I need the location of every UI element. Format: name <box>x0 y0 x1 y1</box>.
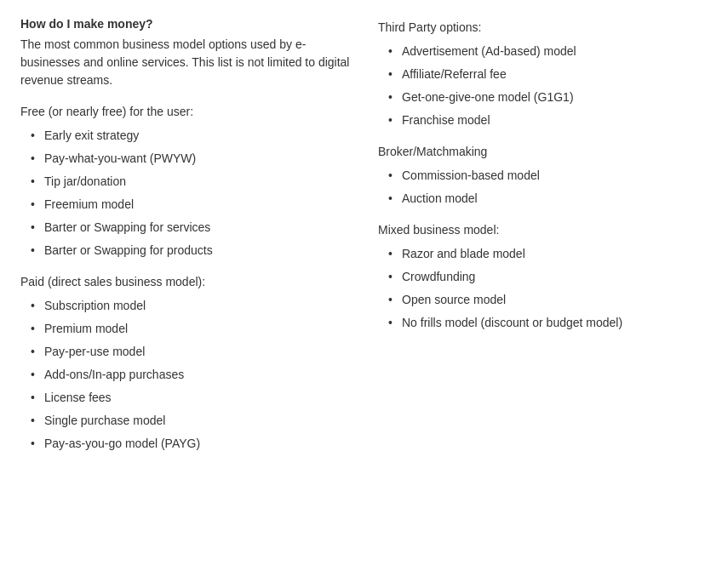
list-item: Get-one-give-one model (G1G1) <box>388 88 702 106</box>
broker-heading: Broker/Matchmaking <box>378 145 702 158</box>
paid-section: Paid (direct sales business model): Subs… <box>20 275 361 453</box>
intro-text: The most common business model options u… <box>20 36 361 89</box>
list-item: Franchise model <box>388 111 702 129</box>
right-column: Third Party options: Advertisement (Ad-b… <box>378 17 702 468</box>
broker-section: Broker/Matchmaking Commission-based mode… <box>378 145 702 208</box>
list-item: Commission-based model <box>388 167 702 185</box>
list-item: Auction model <box>388 190 702 208</box>
third-party-heading: Third Party options: <box>378 20 702 34</box>
list-item: Barter or Swapping for services <box>31 219 361 237</box>
list-item: Advertisement (Ad-based) model <box>388 43 702 60</box>
list-item: Early exit strategy <box>31 127 361 145</box>
list-item: Freemium model <box>31 196 361 214</box>
mixed-section: Mixed business model: Razor and blade mo… <box>378 223 702 332</box>
list-item: No frills model (discount or budget mode… <box>388 314 702 332</box>
left-column: How do I make money? The most common bus… <box>20 17 361 468</box>
broker-list: Commission-based model Auction model <box>388 167 702 208</box>
free-section-list: Early exit strategy Pay-what-you-want (P… <box>31 127 361 260</box>
page-container: How do I make money? The most common bus… <box>0 0 722 485</box>
list-item: Pay-as-you-go model (PAYG) <box>31 435 361 453</box>
list-item: Premium model <box>31 320 361 338</box>
third-party-list: Advertisement (Ad-based) model Affiliate… <box>388 43 702 129</box>
free-section-heading: Free (or nearly free) for the user: <box>20 105 361 118</box>
list-item: Open source model <box>388 291 702 309</box>
list-item: Pay-what-you-want (PWYW) <box>31 150 361 168</box>
list-item: Add-ons/In-app purchases <box>31 366 361 384</box>
main-heading: How do I make money? <box>20 17 361 31</box>
list-item: Tip jar/donation <box>31 173 361 191</box>
list-item: Razor and blade model <box>388 245 702 263</box>
list-item: Crowdfunding <box>388 268 702 286</box>
list-item: Subscription model <box>31 297 361 315</box>
third-party-section: Third Party options: Advertisement (Ad-b… <box>378 20 702 129</box>
paid-section-heading: Paid (direct sales business model): <box>20 275 361 288</box>
list-item: License fees <box>31 389 361 407</box>
list-item: Single purchase model <box>31 412 361 430</box>
list-item: Pay-per-use model <box>31 343 361 361</box>
list-item: Affiliate/Referral fee <box>388 66 702 83</box>
paid-section-list: Subscription model Premium model Pay-per… <box>31 297 361 453</box>
mixed-list: Razor and blade model Crowdfunding Open … <box>388 245 702 332</box>
mixed-heading: Mixed business model: <box>378 223 702 237</box>
free-section: Free (or nearly free) for the user: Earl… <box>20 105 361 260</box>
list-item: Barter or Swapping for products <box>31 242 361 260</box>
